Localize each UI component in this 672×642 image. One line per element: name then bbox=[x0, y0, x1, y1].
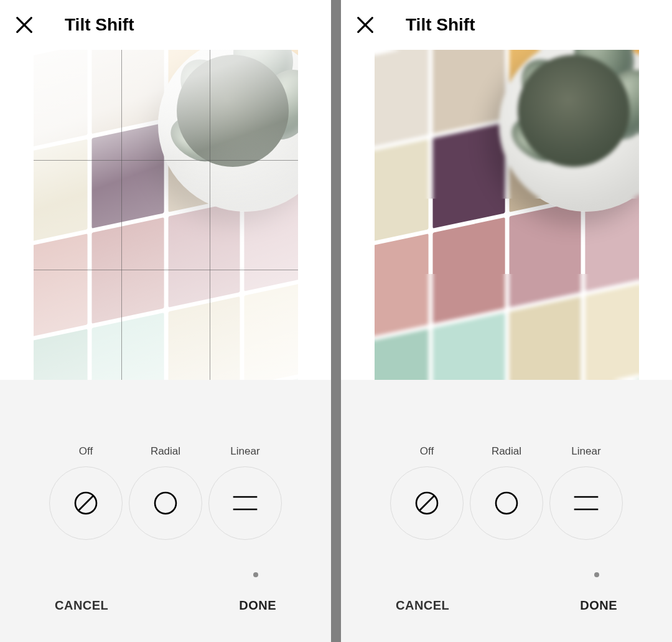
dot-icon bbox=[594, 572, 599, 577]
svg-point-4 bbox=[155, 493, 176, 514]
option-linear[interactable]: Linear bbox=[208, 445, 282, 540]
off-icon bbox=[414, 490, 440, 516]
pager-dots bbox=[0, 572, 331, 577]
cancel-button[interactable]: CANCEL bbox=[396, 598, 449, 613]
page-title: Tilt Shift bbox=[65, 15, 134, 35]
options-area: Off Radial Linear bbox=[0, 380, 331, 642]
svg-line-10 bbox=[419, 496, 434, 511]
pager-dots bbox=[341, 572, 672, 577]
done-button[interactable]: DONE bbox=[239, 598, 276, 613]
dot-icon bbox=[253, 572, 258, 577]
option-label: Linear bbox=[230, 445, 259, 458]
linear-icon bbox=[229, 487, 261, 519]
linear-icon bbox=[570, 487, 602, 519]
header: Tilt Shift bbox=[341, 0, 672, 50]
svg-point-11 bbox=[496, 493, 517, 514]
panel-left: Tilt Shift Off bbox=[0, 0, 331, 642]
cancel-button[interactable]: CANCEL bbox=[55, 598, 108, 613]
done-button[interactable]: DONE bbox=[580, 598, 617, 613]
panel-right: Tilt Shift Off Radi bbox=[341, 0, 672, 642]
option-radial[interactable]: Radial bbox=[470, 445, 543, 540]
photo-preview[interactable] bbox=[34, 50, 298, 380]
option-off[interactable]: Off bbox=[390, 445, 464, 540]
off-icon bbox=[73, 490, 99, 516]
option-off[interactable]: Off bbox=[49, 445, 123, 540]
photo-preview[interactable] bbox=[375, 50, 639, 380]
option-label: Linear bbox=[571, 445, 600, 458]
panel-divider bbox=[331, 0, 341, 642]
option-label: Radial bbox=[492, 445, 521, 458]
preview-area bbox=[341, 50, 672, 380]
option-label: Off bbox=[420, 445, 434, 458]
close-icon[interactable] bbox=[14, 14, 35, 35]
svg-line-3 bbox=[78, 496, 93, 511]
option-label: Radial bbox=[151, 445, 180, 458]
radial-icon bbox=[152, 490, 179, 516]
header: Tilt Shift bbox=[0, 0, 331, 50]
option-label: Off bbox=[79, 445, 93, 458]
option-radial[interactable]: Radial bbox=[129, 445, 202, 540]
page-title: Tilt Shift bbox=[406, 15, 475, 35]
options-area: Off Radial Linear bbox=[341, 380, 672, 642]
radial-icon bbox=[493, 490, 520, 516]
option-linear[interactable]: Linear bbox=[549, 445, 623, 540]
close-icon[interactable] bbox=[355, 14, 376, 35]
preview-area bbox=[0, 50, 331, 380]
